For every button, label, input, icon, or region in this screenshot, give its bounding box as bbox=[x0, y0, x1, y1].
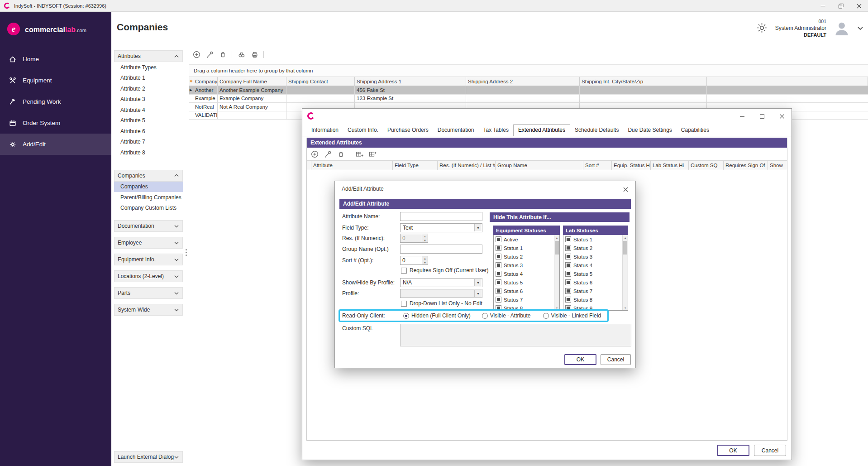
column-header-custom-sql[interactable]: Custom SQ bbox=[689, 161, 724, 170]
status-checkbox[interactable] bbox=[565, 245, 571, 251]
drop-down-list-only-checkbox[interactable] bbox=[401, 301, 407, 307]
move-row-down-icon[interactable] bbox=[368, 150, 377, 158]
column-header-equip-status-hidden[interactable]: Equip. Status H bbox=[612, 161, 651, 170]
list-item[interactable]: Status 7 bbox=[494, 295, 559, 304]
nav-section-documentation[interactable]: Documentation bbox=[114, 220, 183, 232]
status-checkbox[interactable] bbox=[496, 254, 501, 259]
dialog-close-button[interactable] bbox=[777, 111, 787, 121]
status-checkbox[interactable] bbox=[565, 236, 571, 242]
list-item[interactable]: Status 7 bbox=[563, 287, 628, 295]
column-header-lab-status-hidden[interactable]: Lab Status Hi bbox=[651, 161, 689, 170]
tab-custom-info[interactable]: Custom Info. bbox=[343, 125, 383, 136]
column-header-field-type[interactable]: Field Type bbox=[393, 161, 438, 170]
sidebar-item-equipment[interactable]: Equipment bbox=[0, 70, 111, 91]
list-item[interactable]: Status 6 bbox=[563, 278, 628, 287]
nav-item-attribute-6[interactable]: Attribute 6 bbox=[114, 126, 183, 137]
tab-extended-attributes[interactable]: Extended Attributes bbox=[513, 124, 570, 136]
status-checkbox[interactable] bbox=[565, 288, 571, 294]
nav-item-attribute-8[interactable]: Attribute 8 bbox=[114, 147, 183, 158]
minimize-button[interactable] bbox=[814, 0, 832, 12]
status-checkbox[interactable] bbox=[496, 245, 501, 251]
add-attribute-icon[interactable] bbox=[310, 150, 319, 158]
move-row-up-icon[interactable] bbox=[355, 150, 363, 158]
list-item[interactable]: Status 3 bbox=[563, 252, 628, 261]
column-header-shipping-address-2[interactable]: Shipping Address 2 bbox=[466, 77, 580, 86]
column-header-attribute[interactable]: Attribute bbox=[311, 161, 393, 170]
list-item[interactable]: Active bbox=[494, 235, 559, 244]
column-header-shipping-address-1[interactable]: Shipping Address 1 bbox=[355, 77, 466, 86]
edit-record-icon[interactable] bbox=[205, 50, 214, 58]
tab-capabilities[interactable]: Capabilities bbox=[677, 125, 714, 136]
list-item[interactable]: Status 8 bbox=[563, 295, 628, 304]
radio-hidden-full-client-only[interactable] bbox=[403, 313, 409, 319]
radio-visible-linked-field[interactable] bbox=[543, 313, 549, 319]
list-item[interactable]: Status 1 bbox=[563, 235, 628, 244]
edit-attribute-icon[interactable] bbox=[324, 150, 332, 158]
add-record-icon[interactable] bbox=[192, 50, 200, 58]
status-checkbox[interactable] bbox=[565, 262, 571, 268]
status-checkbox[interactable] bbox=[565, 297, 571, 303]
sidebar-item-add-edit[interactable]: Add/Edit bbox=[0, 134, 111, 155]
status-checkbox[interactable] bbox=[565, 305, 571, 311]
tab-purchase-orders[interactable]: Purchase Orders bbox=[383, 125, 433, 136]
nav-item-attribute-1[interactable]: Attribute 1 bbox=[114, 73, 183, 84]
status-checkbox[interactable] bbox=[565, 271, 571, 277]
status-checkbox[interactable] bbox=[496, 297, 501, 303]
user-avatar[interactable] bbox=[834, 20, 850, 38]
list-item[interactable]: Status 5 bbox=[563, 269, 628, 278]
restore-button[interactable] bbox=[832, 0, 850, 12]
tab-schedule-defaults[interactable]: Schedule Defaults bbox=[570, 125, 623, 136]
list-item[interactable]: Status 9 bbox=[563, 304, 628, 311]
list-item[interactable]: Status 3 bbox=[494, 261, 559, 269]
status-checkbox[interactable] bbox=[565, 254, 571, 259]
sidebar-item-order-system[interactable]: Order System bbox=[0, 112, 111, 134]
column-header-group-name[interactable]: Group Name bbox=[496, 161, 583, 170]
dialog-minimize-button[interactable] bbox=[737, 111, 747, 121]
nav-section-attributes[interactable]: Attributes bbox=[114, 50, 183, 62]
tab-information[interactable]: Information bbox=[307, 125, 343, 136]
group-name-field[interactable] bbox=[400, 245, 482, 254]
nav-item-companies[interactable]: Companies bbox=[114, 182, 183, 192]
delete-record-icon[interactable] bbox=[219, 50, 227, 58]
column-header-sort[interactable]: Sort # bbox=[583, 161, 612, 170]
nav-item-attribute-5[interactable]: Attribute 5 bbox=[114, 115, 183, 126]
nav-item-attribute-3[interactable]: Attribute 3 bbox=[114, 94, 183, 105]
nav-item-company-custom-lists[interactable]: Company Custom Lists bbox=[114, 203, 183, 214]
list-item[interactable]: Status 4 bbox=[494, 269, 559, 278]
attribute-name-field[interactable] bbox=[400, 212, 482, 221]
field-type-dropdown[interactable]: Text bbox=[400, 223, 482, 232]
column-header-company-full-name[interactable]: Company Full Name bbox=[218, 77, 286, 86]
tab-tax-tables[interactable]: Tax Tables bbox=[478, 125, 513, 136]
list-item[interactable]: Status 5 bbox=[494, 278, 559, 287]
panel-splitter[interactable] bbox=[183, 45, 189, 466]
res-spinner[interactable]: ▲▼ bbox=[422, 234, 428, 242]
company-dialog-cancel-button[interactable]: Cancel bbox=[754, 445, 786, 456]
attribute-dialog-close-button[interactable] bbox=[621, 185, 630, 193]
status-checkbox[interactable] bbox=[496, 236, 501, 242]
print-icon[interactable] bbox=[250, 50, 258, 58]
nav-item-attribute-4[interactable]: Attribute 4 bbox=[114, 105, 183, 115]
dialog-maximize-button[interactable] bbox=[757, 111, 767, 121]
attribute-dialog-cancel-button[interactable]: Cancel bbox=[601, 354, 631, 365]
tab-due-date-settings[interactable]: Due Date Settings bbox=[623, 125, 676, 136]
status-checkbox[interactable] bbox=[565, 279, 571, 285]
status-checkbox[interactable] bbox=[496, 305, 501, 311]
column-header-res-if-numeric[interactable]: Res. (If Numeric) / List # bbox=[438, 161, 496, 170]
column-header-requires-sign-off[interactable]: Requires Sign Of bbox=[724, 161, 768, 170]
find-icon[interactable] bbox=[237, 50, 245, 58]
radio-visible-attribute[interactable] bbox=[482, 313, 488, 319]
profile-dropdown[interactable] bbox=[400, 289, 482, 298]
nav-item-attribute-2[interactable]: Attribute 2 bbox=[114, 83, 183, 94]
nav-item-attribute-types[interactable]: Attribute Types bbox=[114, 62, 183, 73]
nav-item-attribute-7[interactable]: Attribute 7 bbox=[114, 137, 183, 148]
vertical-scrollbar[interactable] bbox=[622, 235, 628, 310]
group-by-drop-zone[interactable]: Drag a column header here to group by th… bbox=[189, 64, 868, 77]
brand-logo[interactable]: e commerciallab.com bbox=[0, 12, 111, 48]
status-checkbox[interactable] bbox=[496, 262, 501, 268]
list-item[interactable]: Status 2 bbox=[563, 244, 628, 252]
nav-item-parent-billing-companies[interactable]: Parent/Billing Companies bbox=[114, 192, 183, 203]
list-item[interactable]: Status 8 bbox=[494, 304, 559, 311]
close-button[interactable] bbox=[850, 0, 868, 12]
vertical-scrollbar[interactable] bbox=[554, 235, 559, 310]
list-item[interactable]: Status 2 bbox=[494, 252, 559, 261]
